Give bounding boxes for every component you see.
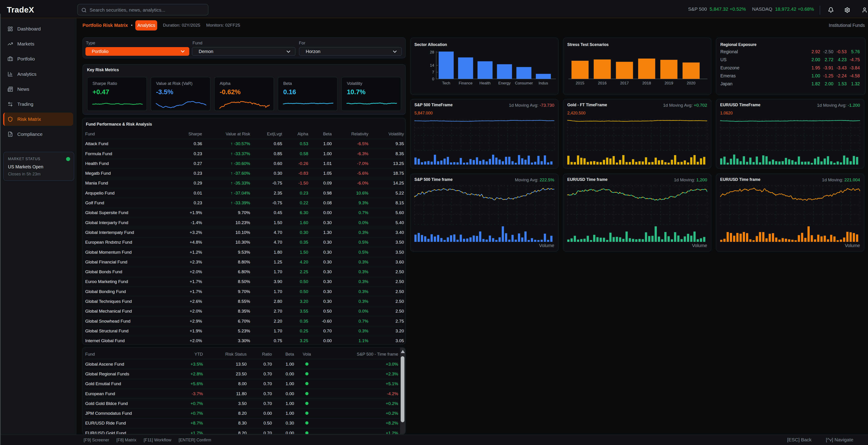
svg-text:2015: 2015 — [576, 81, 584, 85]
svg-text:7: 7 — [432, 70, 434, 74]
svg-text:2020: 2020 — [687, 81, 695, 85]
svg-text:14: 14 — [430, 63, 434, 68]
svg-text:Consumer: Consumer — [515, 81, 533, 85]
svg-text:2018: 2018 — [643, 81, 651, 85]
svg-text:Finance: Finance — [459, 81, 472, 85]
svg-text:2017: 2017 — [620, 81, 629, 85]
svg-text:28: 28 — [430, 50, 434, 55]
svg-text:Tech: Tech — [442, 81, 450, 85]
svg-text:Indus: Indus — [538, 81, 548, 85]
svg-text:2016: 2016 — [598, 81, 607, 85]
svg-text:2019: 2019 — [664, 81, 673, 85]
svg-text:0: 0 — [432, 77, 434, 81]
svg-text:Health: Health — [479, 81, 491, 85]
svg-text:Energy: Energy — [498, 81, 510, 85]
